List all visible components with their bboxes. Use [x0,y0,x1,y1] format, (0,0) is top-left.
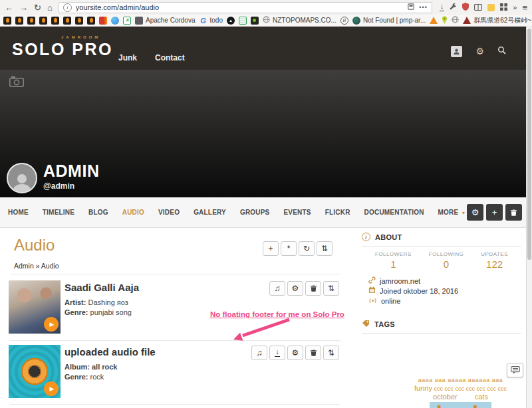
back-icon[interactable]: ← [5,3,13,12]
site-info-icon[interactable]: i [63,3,72,12]
avatar[interactable] [7,163,37,193]
website-link[interactable]: jamroom.net [368,276,458,286]
broadcast-icon [368,297,377,305]
bookmark-item[interactable]: ✕ [123,17,131,25]
play-button[interactable]: ▶ [44,317,59,332]
feedback-chat-button[interactable] [507,363,523,377]
bookmark-item[interactable] [87,17,95,25]
home-icon[interactable]: ⌂ [47,3,53,12]
bookmark-item[interactable] [99,17,107,25]
shield-icon[interactable] [462,1,469,13]
bookmark-item[interactable] [239,17,247,25]
tab-groups[interactable]: GROUPS [240,209,270,216]
item-settings-button[interactable]: ⚙ [287,281,303,296]
bookmark-item-todo[interactable]: G todo [200,17,223,25]
tag-cats[interactable]: cats [475,393,488,401]
grid-addon-icon[interactable] [500,1,507,13]
tab-audio[interactable]: AUDIO [122,209,144,216]
tag-ccc[interactable]: ccc ccc ccc ccc ccc ccc ccc [434,385,507,392]
tab-events[interactable]: EVENTS [283,209,311,216]
bookmark-item[interactable] [452,16,459,25]
url-text[interactable]: yoursite.com/admin/audio [76,3,404,11]
tab-home[interactable]: HOME [8,209,29,216]
play-audio-button[interactable]: ♫ [269,281,285,296]
bookmark-item[interactable] [430,17,438,24]
online-status: online [368,296,458,306]
tag-funny[interactable]: funny [414,384,432,392]
item-delete-button[interactable] [305,346,321,360]
tag-bark[interactable]: bark [430,402,492,408]
audio-thumbnail[interactable]: ▶ [9,345,61,398]
bookmark-item-nztopomaps[interactable]: NZTOPOMAPS.CO... [263,16,336,25]
breadcrumb[interactable]: Admin » Audio [14,262,59,270]
search-icon[interactable] [497,45,506,57]
sidebar-panes-icon[interactable] [474,1,482,13]
stat-followers[interactable]: FOLLOWERS 1 [375,251,412,270]
camera-icon[interactable] [9,76,24,90]
bookmark-item[interactable] [27,17,35,25]
tab-documentation[interactable]: DOCUMENTATION [364,209,424,216]
bookmark-item[interactable]: B [340,17,348,25]
divider [10,404,340,405]
bookmark-item[interactable] [63,17,71,25]
add-audio-button[interactable]: + [263,241,279,256]
bookmark-item[interactable] [3,17,11,25]
page-action-icon[interactable] [408,3,414,11]
url-bar[interactable]: i yoursite.com/admin/audio ••• [59,2,432,13]
profile-delete-button[interactable] [505,204,522,221]
item-settings-button[interactable]: ⚙ [287,346,303,360]
bookmark-item[interactable] [39,17,47,25]
bookmark-item[interactable] [15,17,23,25]
bookmark-item[interactable] [251,17,259,25]
downloads-icon[interactable]: ↓ [440,3,445,11]
item-delete-button[interactable] [305,281,321,296]
site-nav-junk[interactable]: Junk [118,53,137,62]
play-audio-button[interactable]: ♫ [251,346,267,360]
stat-following[interactable]: FOLLOWING 0 [429,251,464,270]
site-nav-contact[interactable]: Contact [155,53,185,62]
audio-thumbnail[interactable]: ▶ [9,280,61,334]
menu-icon[interactable]: ≡ [522,3,527,12]
bookmark-item[interactable] [442,16,448,25]
page-scrollbar[interactable] [526,27,532,408]
bookmark-item[interactable] [51,17,59,25]
bookmark-item-apache-cordova[interactable]: Apache Cordova [135,17,196,25]
scrollbar-thumb[interactable] [527,29,531,260]
item-filter-button[interactable]: ⇅ [323,346,339,360]
play-button[interactable]: ▶ [44,381,59,396]
profile-button[interactable] [451,46,462,57]
audio-item-title[interactable]: uploaded audio file [65,346,156,357]
tab-flickr[interactable]: FLICKR [325,209,350,216]
bookmark-item[interactable] [75,17,83,25]
tab-timeline[interactable]: TIMELINE [43,209,74,216]
flame-bookmark-icon [75,17,83,25]
tab-video[interactable]: VIDEO [158,209,180,216]
site-logo[interactable]: JAMROOM SOLO PRO [12,35,113,58]
refresh-button[interactable]: ↻ [299,241,315,256]
notes-addon-icon[interactable] [487,4,495,11]
tag-line[interactable]: aaaa aaa aaaaa aaaaaa aaa [396,377,525,384]
bookmark-item[interactable]: ▲ [227,17,235,25]
item-filter-button[interactable]: ⇅ [323,281,339,296]
bookmark-item-not-found[interactable]: Not Found | pmp-ar... [352,17,426,25]
wrench-icon[interactable] [450,1,457,13]
flame-bookmark-icon [51,17,59,25]
tab-more[interactable]: MORE▼ [438,209,466,216]
featured-button[interactable]: * [281,241,297,256]
tab-blog[interactable]: BLOG [88,209,108,216]
profile-settings-button[interactable]: ⚙ [467,204,483,221]
bookmark-item[interactable] [111,17,119,25]
reload-icon[interactable]: ↻ [34,3,41,12]
page-actions-menu-icon[interactable]: ••• [419,4,427,11]
stat-updates[interactable]: UPDATES 122 [481,251,508,270]
filter-button[interactable]: ⇅ [317,241,332,256]
tab-gallery[interactable]: GALLERY [194,209,226,216]
tag-october[interactable]: october [433,393,458,401]
download-audio-button[interactable]: ↓ [269,346,285,360]
profile-add-button[interactable]: + [486,204,503,221]
bookmark-item-japan-road[interactable]: 群馬県道62号横峠~... [463,16,532,25]
settings-gear-icon[interactable]: ⚙ [475,47,484,56]
forward-icon[interactable]: → [19,3,28,12]
toolbar-overflow-icon[interactable]: » [513,4,517,11]
audio-item-title[interactable]: Saadi Galli Aaja [65,282,139,293]
